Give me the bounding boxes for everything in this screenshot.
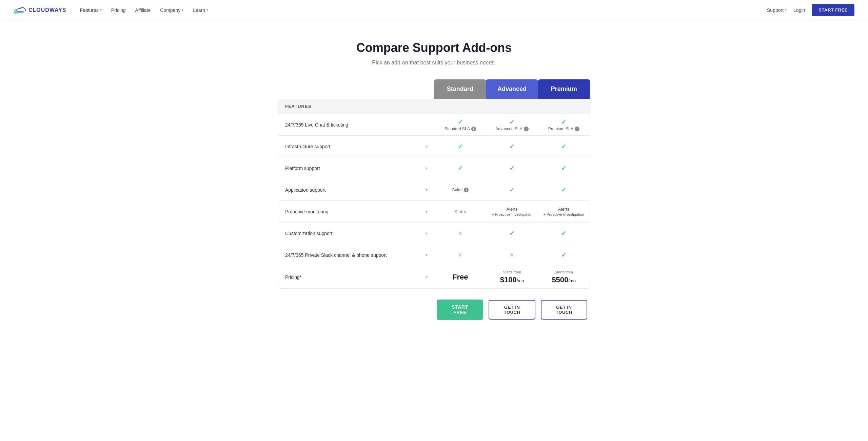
table-cell-standard: ✓ Standard SLA i xyxy=(434,114,486,135)
nav-start-free-button[interactable]: START FREE xyxy=(812,4,854,16)
nav-features[interactable]: Features ▾ xyxy=(80,7,102,13)
chevron-down-icon[interactable]: ▾ xyxy=(426,209,428,214)
page-subtitle: Pick an add-on that best suits your busi… xyxy=(7,60,861,66)
navbar: CLOUDWAYS Features ▾ Pricing Affiliate C… xyxy=(0,0,868,20)
check-icon: ✓ xyxy=(458,165,463,172)
start-free-button[interactable]: START FREE xyxy=(437,300,483,320)
get-in-touch-button-advanced[interactable]: GET IN TOUCH xyxy=(489,300,535,320)
check-icon: ✓ xyxy=(561,143,566,150)
brand-name: CLOUDWAYS xyxy=(28,7,66,13)
cta-row: START FREE GET IN TOUCH GET IN TOUCH xyxy=(278,297,590,323)
table-cell-advanced: ✓ xyxy=(486,226,538,241)
table-row: Customization support ▾ ✕ ✓ ✓ xyxy=(278,223,590,244)
table-cell-standard: ✕ xyxy=(434,226,486,241)
feature-name: 24/7/365 Private Slack channel & phone s… xyxy=(278,248,434,263)
check-icon: ✓ xyxy=(509,118,514,126)
nav-learn[interactable]: Learn ▾ xyxy=(193,7,208,13)
feature-name: Platform support ▾ xyxy=(278,161,434,176)
sla-label: Advanced SLA i xyxy=(495,127,528,131)
sla-label: Premium SLA i xyxy=(548,127,579,131)
table-cell-advanced: ✓ xyxy=(486,160,538,176)
table-cell-premium: ✓ xyxy=(538,160,590,176)
nav-right: Support ▾ Login START FREE xyxy=(767,4,854,16)
page-title: Compare Support Add-ons xyxy=(7,41,861,55)
comparison-table-container: Standard Advanced Premium FEATURES 24/7/… xyxy=(271,79,597,323)
check-icon: ✓ xyxy=(561,230,566,237)
table-row: Pricing* ▾ Free Starts from $100/mo Star… xyxy=(278,266,590,288)
chevron-down-icon[interactable]: ▾ xyxy=(426,188,428,192)
brand-logo[interactable]: CLOUDWAYS xyxy=(14,6,66,14)
plan-headers: Standard Advanced Premium xyxy=(278,79,590,99)
table-row: Proactive monitoring ▾ Alerts Alerts + P… xyxy=(278,201,590,223)
table-row: 24/7/365 Live Chat & ticketing ✓ Standar… xyxy=(278,114,590,136)
table-cell-advanced-pricing: Starts from $100/mo xyxy=(486,266,538,288)
table-cell-advanced: ✕ xyxy=(486,247,538,263)
hero-section: Compare Support Add-ons Pick an add-on t… xyxy=(0,20,868,79)
table-row: 24/7/365 Private Slack channel & phone s… xyxy=(278,244,590,266)
table-cell-standard: Guide i xyxy=(434,184,486,196)
plan-header-standard: Standard xyxy=(434,79,486,99)
cross-icon: ✕ xyxy=(458,230,463,237)
check-icon: ✓ xyxy=(509,186,514,194)
table-cell-standard: ✓ xyxy=(434,160,486,176)
features-table: FEATURES 24/7/365 Live Chat & ticketing … xyxy=(278,99,590,289)
chevron-down-icon[interactable]: ▾ xyxy=(426,231,428,236)
cta-cell-advanced: GET IN TOUCH xyxy=(486,297,538,322)
feature-name: Application support ▾ xyxy=(278,183,434,197)
svg-rect-0 xyxy=(15,12,24,13)
main-content: Compare Support Add-ons Pick an add-on t… xyxy=(0,20,868,441)
info-icon[interactable]: i xyxy=(464,188,469,192)
check-icon: ✓ xyxy=(561,118,566,126)
table-row: Platform support ▾ ✓ ✓ ✓ xyxy=(278,157,590,179)
table-cell-premium: ✓ xyxy=(538,182,590,198)
nav-links: Features ▾ Pricing Affiliate Company ▾ L… xyxy=(80,7,767,13)
feature-name: 24/7/365 Live Chat & ticketing xyxy=(278,117,434,132)
check-icon: ✓ xyxy=(458,143,463,150)
feature-name: Pricing* ▾ xyxy=(278,270,434,285)
nav-affiliate[interactable]: Affiliate xyxy=(135,7,151,13)
chevron-down-icon[interactable]: ▾ xyxy=(426,144,428,149)
chevron-down-icon: ▾ xyxy=(182,8,183,12)
check-icon: ✓ xyxy=(561,165,566,172)
table-cell-premium: Alerts + Proactive Investigation xyxy=(538,203,590,220)
sla-label: Standard SLA i xyxy=(445,127,476,131)
get-in-touch-button-premium[interactable]: GET IN TOUCH xyxy=(541,300,587,320)
table-cell-premium: ✓ xyxy=(538,139,590,154)
nav-login[interactable]: Login xyxy=(793,7,805,13)
check-icon: ✓ xyxy=(509,165,514,172)
plan-header-advanced: Advanced xyxy=(486,79,538,99)
chevron-down-icon: ▾ xyxy=(785,8,787,12)
feature-name: Customization support ▾ xyxy=(278,226,434,241)
cross-icon: ✕ xyxy=(458,251,463,259)
table-cell-premium: ✓ Premium SLA i xyxy=(538,114,590,135)
chevron-down-icon[interactable]: ▾ xyxy=(426,253,428,257)
nav-pricing[interactable]: Pricing xyxy=(111,7,126,13)
table-row: Application support ▾ Guide i ✓ ✓ xyxy=(278,179,590,201)
cta-cell-standard: START FREE xyxy=(434,297,486,323)
chevron-down-icon[interactable]: ▾ xyxy=(426,275,428,280)
nav-support[interactable]: Support ▾ xyxy=(767,7,787,13)
check-icon: ✓ xyxy=(509,230,514,237)
table-cell-standard-pricing: Free xyxy=(434,269,486,286)
info-icon[interactable]: i xyxy=(524,127,529,131)
table-cell-premium: ✓ xyxy=(538,247,590,263)
table-cell-advanced: ✓ Advanced SLA i xyxy=(486,114,538,135)
nav-company[interactable]: Company ▾ xyxy=(160,7,183,13)
chevron-down-icon: ▾ xyxy=(206,8,208,12)
table-cell-advanced: ✓ xyxy=(486,139,538,154)
table-cell-standard: Alerts xyxy=(434,205,486,218)
plan-header-premium: Premium xyxy=(538,79,590,99)
table-row: Infrastructure support ▾ ✓ ✓ ✓ xyxy=(278,136,590,157)
chevron-down-icon[interactable]: ▾ xyxy=(426,166,428,171)
feature-name: Proactive monitoring ▾ xyxy=(278,204,434,219)
info-icon[interactable]: i xyxy=(471,127,476,131)
chevron-down-icon: ▾ xyxy=(100,8,102,12)
header-spacer xyxy=(278,79,434,99)
features-label: FEATURES xyxy=(278,99,590,114)
check-icon: ✓ xyxy=(458,118,463,126)
table-cell-standard: ✕ xyxy=(434,247,486,263)
info-icon[interactable]: i xyxy=(575,127,579,131)
table-cell-advanced: Alerts + Proactive Investigation xyxy=(486,203,538,220)
check-icon: ✓ xyxy=(561,186,566,194)
cta-cell-premium: GET IN TOUCH xyxy=(538,297,590,322)
